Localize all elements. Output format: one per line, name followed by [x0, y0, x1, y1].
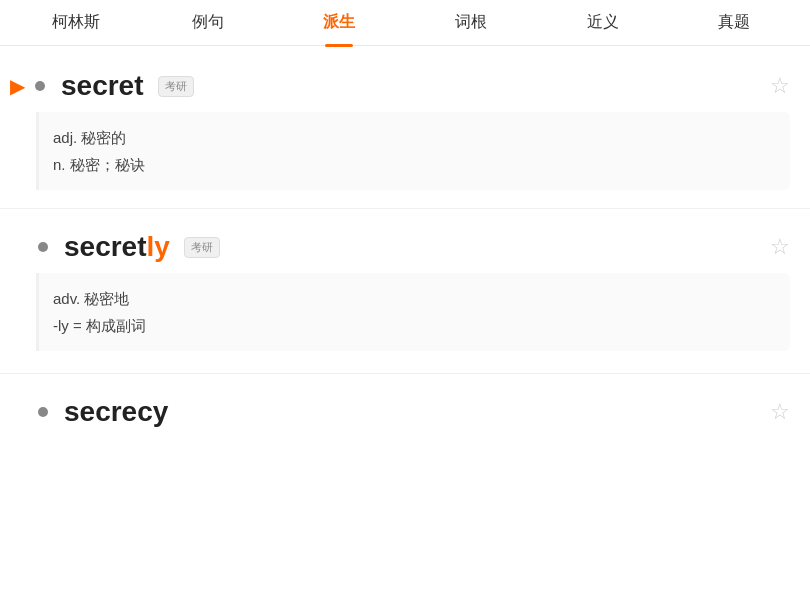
word-header-left-secret: ▶ secret 考研 — [10, 70, 194, 102]
tab-collins[interactable]: 柯林斯 — [10, 0, 142, 45]
badge-secretly: 考研 — [184, 237, 220, 258]
bullet-container-secrecy — [10, 407, 54, 417]
divider-1 — [0, 208, 810, 209]
tab-bar: 柯林斯 例句 派生 词根 近义 真题 — [0, 0, 810, 46]
arrow-indicator: ▶ — [10, 76, 25, 96]
entry-secret: ▶ secret 考研 ☆ adj. 秘密的 n. 秘密；秘诀 — [0, 56, 810, 204]
content-area: ▶ secret 考研 ☆ adj. 秘密的 n. 秘密；秘诀 — [0, 46, 810, 607]
def-line-2-secretly: -ly = 构成副词 — [53, 312, 776, 339]
word-title-secretly[interactable]: secretly — [64, 231, 170, 263]
def-line-1-secretly: adv. 秘密地 — [53, 285, 776, 312]
bullet-container-secret: ▶ — [10, 76, 51, 96]
word-header-secretly: secretly 考研 ☆ — [10, 231, 790, 263]
entry-secrecy: secrecy ☆ — [0, 378, 810, 446]
bullet-container-secretly — [10, 242, 54, 252]
def-line-1-secret: adj. 秘密的 — [53, 124, 776, 151]
badge-secret: 考研 — [158, 76, 194, 97]
tab-derivatives[interactable]: 派生 — [273, 0, 405, 45]
bullet-dot-secretly — [38, 242, 48, 252]
bullet-dot-secrecy — [38, 407, 48, 417]
definition-block-secretly: adv. 秘密地 -ly = 构成副词 — [36, 273, 790, 351]
bullet-dot-secret — [35, 81, 45, 91]
def-line-2-secret: n. 秘密；秘诀 — [53, 151, 776, 178]
star-secretly[interactable]: ☆ — [770, 236, 790, 258]
word-header-secret: ▶ secret 考研 ☆ — [10, 70, 790, 102]
tab-synonyms[interactable]: 近义 — [537, 0, 669, 45]
word-header-left-secrecy: secrecy — [10, 396, 168, 428]
tab-examples[interactable]: 例句 — [142, 0, 274, 45]
star-secrecy[interactable]: ☆ — [770, 401, 790, 423]
divider-2 — [0, 373, 810, 374]
word-title-secret[interactable]: secret — [61, 70, 144, 102]
tab-topics[interactable]: 真题 — [668, 0, 800, 45]
entry-secretly: secretly 考研 ☆ adv. 秘密地 -ly = 构成副词 — [0, 213, 810, 369]
word-header-left-secretly: secretly 考研 — [10, 231, 220, 263]
definition-block-secret: adj. 秘密的 n. 秘密；秘诀 — [36, 112, 790, 190]
star-secret[interactable]: ☆ — [770, 75, 790, 97]
word-title-secrecy[interactable]: secrecy — [64, 396, 168, 428]
tab-roots[interactable]: 词根 — [405, 0, 537, 45]
word-header-secrecy: secrecy ☆ — [10, 396, 790, 428]
